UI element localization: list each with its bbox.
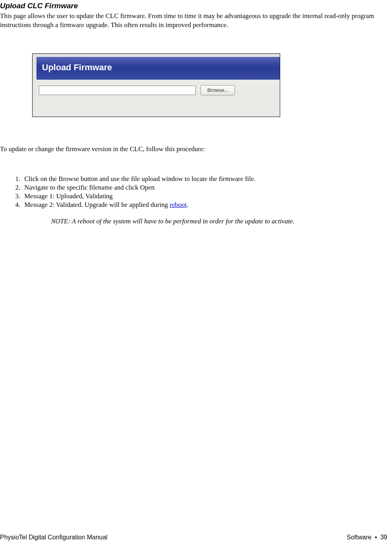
footer-right: Software • 39 xyxy=(347,534,387,541)
screenshot-title: Upload Firmware xyxy=(36,57,280,80)
procedure-steps: Click on the Browse button and use the f… xyxy=(10,175,392,209)
step-4-pre: Message 2: Validated. Upgrade will be ap… xyxy=(24,201,170,208)
footer-section: Software xyxy=(347,534,372,541)
step-1: Click on the Browse button and use the f… xyxy=(22,175,392,183)
step-4: Message 2: Validated. Upgrade will be ap… xyxy=(22,201,392,209)
step-4-post: . xyxy=(187,201,188,208)
footer-bullet-icon: • xyxy=(375,534,377,541)
upload-firmware-screenshot: Upload Firmware Browse... xyxy=(32,53,280,117)
section-heading: Upload CLC Firmware xyxy=(0,2,392,10)
step-3: Message 1: Uploaded, Validating xyxy=(22,192,392,200)
footer-left: PhysioTel Digital Configuration Manual xyxy=(0,534,108,541)
procedure-intro: To update or change the firmware version… xyxy=(0,145,392,153)
page-footer: PhysioTel Digital Configuration Manual S… xyxy=(0,534,387,541)
note-text: NOTE: A reboot of the system will have t… xyxy=(51,217,392,225)
intro-paragraph: This page allows the user to update the … xyxy=(0,12,392,30)
reboot-link[interactable]: reboot xyxy=(170,201,186,208)
browse-button[interactable]: Browse... xyxy=(201,85,235,95)
footer-page-number: 39 xyxy=(380,534,387,541)
file-path-input[interactable] xyxy=(39,86,196,95)
screenshot-body: Browse... xyxy=(36,80,280,117)
step-2: Navigate to the specific filename and cl… xyxy=(22,184,392,192)
